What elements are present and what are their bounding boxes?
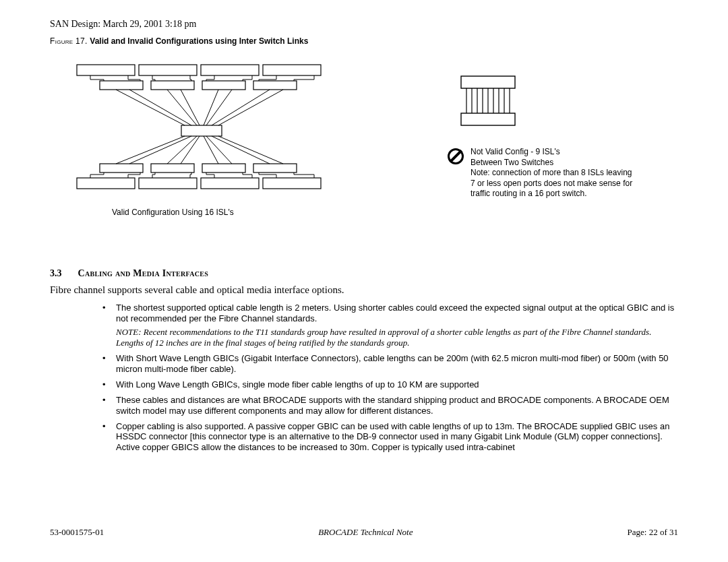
svg-rect-11 [202, 164, 245, 173]
svg-line-28 [181, 136, 200, 164]
svg-rect-7 [253, 81, 297, 90]
invalid-config-note: Not Valid Config - 9 ISL's Between Two S… [448, 147, 673, 199]
bullet-list: The shortest supported optical cable len… [102, 303, 678, 453]
svg-rect-16 [263, 178, 321, 189]
svg-rect-34 [461, 113, 515, 125]
svg-rect-9 [100, 164, 143, 173]
svg-line-31 [212, 136, 270, 164]
footer-page: Page: 22 of 31 [628, 527, 678, 538]
valid-config-caption: Valid Configuration Using 16 ISL's [112, 208, 234, 217]
list-item: With Short Wave Length GBICs (Gigabit In… [102, 353, 678, 375]
list-item: Copper cabling is also supported. A pass… [102, 421, 678, 454]
bullet-text: These cables and distances are what BROC… [116, 395, 669, 416]
invalid-config-diagram [454, 73, 522, 133]
svg-rect-6 [202, 81, 245, 90]
svg-line-17 [116, 90, 185, 125]
section-number: 3.3 [50, 268, 62, 279]
figure-label-title: Valid and Invalid Configurations using I… [90, 36, 308, 46]
section-intro: Fibre channel supports several cable and… [50, 284, 678, 296]
svg-line-20 [181, 90, 200, 125]
list-item: The shortest supported optical cable len… [102, 303, 678, 348]
prohibit-icon [448, 148, 464, 164]
svg-rect-1 [139, 65, 197, 75]
section-title: Cabling and Media Interfaces [78, 268, 209, 279]
section-heading: 3.3 Cabling and Media Interfaces [50, 268, 678, 279]
valid-config-diagram [50, 53, 340, 208]
page-header: SAN Design: March 29, 2001 3:18 pm [50, 19, 678, 30]
svg-rect-4 [100, 81, 143, 90]
svg-rect-0 [77, 65, 135, 75]
page-footer: 53-0001575-01 BROCADE Technical Note Pag… [50, 527, 678, 538]
invalid-line-2: Between Two Switches [471, 158, 632, 168]
invalid-line-4: 7 or less open ports does not make sense… [471, 179, 632, 189]
invalid-line-3: Note: connection of more than 8 ISLs lea… [471, 168, 632, 179]
svg-rect-3 [263, 65, 321, 75]
list-item: These cables and distances are what BROC… [102, 395, 678, 416]
bullet-text: With Long Wave Length GBICs, single mode… [116, 379, 479, 389]
bullet-text: The shortest supported optical cable len… [116, 303, 674, 323]
svg-rect-2 [201, 65, 259, 75]
svg-line-23 [212, 90, 270, 125]
svg-rect-5 [151, 81, 194, 90]
svg-rect-8 [181, 125, 222, 136]
svg-rect-12 [253, 164, 297, 173]
svg-line-29 [204, 136, 218, 164]
list-item: With Long Wave Length GBICs, single mode… [102, 379, 678, 390]
footer-docnum: 53-0001575-01 [50, 527, 104, 538]
invalid-line-1: Not Valid Config - 9 ISL's [471, 147, 632, 158]
svg-line-25 [116, 136, 185, 164]
bullet-text: Copper cabling is also supported. A pass… [116, 421, 669, 453]
bullet-text: With Short Wave Length GBICs (Gigabit In… [116, 353, 669, 374]
figure-label-prefix: Figure 17. [50, 36, 90, 46]
svg-rect-33 [461, 76, 515, 88]
svg-line-21 [204, 90, 218, 125]
svg-rect-15 [201, 178, 259, 189]
figure-area: Valid Configuration Using 16 ISL's [50, 53, 678, 268]
svg-rect-10 [151, 164, 194, 173]
svg-rect-13 [77, 178, 135, 189]
bullet-note: NOTE: Recent recommendations to the T11 … [116, 327, 678, 349]
footer-title: BROCADE Technical Note [318, 527, 413, 538]
figure-caption: Figure 17. Valid and Invalid Configurati… [50, 36, 678, 46]
svg-rect-14 [139, 178, 197, 189]
invalid-line-5: traffic routing in a 16 port switch. [471, 189, 632, 199]
